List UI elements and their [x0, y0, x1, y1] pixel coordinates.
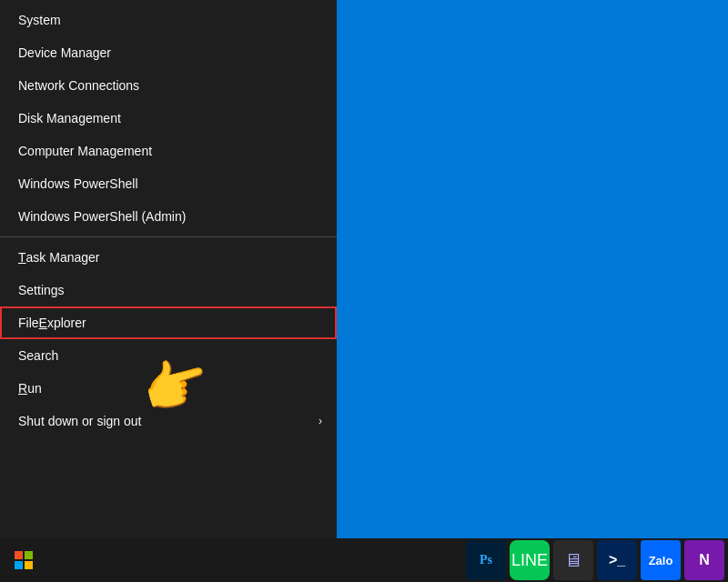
submenu-arrow-icon: ›	[318, 415, 322, 427]
windows-logo-icon	[15, 551, 33, 569]
win-logo-cell-1	[15, 551, 23, 559]
menu-item-windows-powershell-admin[interactable]: Windows PowerShell (Admin)	[0, 200, 337, 233]
taskbar-icon-photoshop[interactable]: Ps	[466, 540, 506, 580]
menu-item-system[interactable]: System	[0, 4, 337, 36]
menu-item-windows-powershell[interactable]: Windows PowerShell	[0, 167, 337, 200]
taskbar: PsLINE🖥>_ZaloN	[0, 538, 728, 582]
taskbar-icon-network[interactable]: 🖥	[553, 540, 593, 580]
menu-item-file-explorer[interactable]: File Explorer	[0, 306, 337, 339]
win-logo-cell-4	[25, 561, 33, 569]
taskbar-icon-line[interactable]: LINE	[510, 540, 550, 580]
taskbar-icon-onenote[interactable]: N	[684, 540, 724, 580]
menu-item-network-connections[interactable]: Network Connections	[0, 69, 337, 102]
menu-item-device-manager[interactable]: Device Manager	[0, 36, 337, 69]
menu-item-disk-management[interactable]: Disk Management	[0, 102, 337, 135]
win-logo-cell-3	[15, 561, 23, 569]
menu-divider	[0, 236, 337, 237]
menu-item-settings[interactable]: Settings	[0, 274, 337, 306]
taskbar-icon-zalo[interactable]: Zalo	[641, 540, 681, 580]
menu-item-search[interactable]: Search	[0, 339, 337, 372]
menu-item-run[interactable]: Run	[0, 372, 337, 405]
start-button[interactable]	[4, 540, 44, 580]
win-logo-cell-2	[25, 551, 33, 559]
menu-item-computer-management[interactable]: Computer Management	[0, 135, 337, 167]
menu-item-task-manager[interactable]: Task Manager	[0, 241, 337, 274]
taskbar-icon-group: PsLINE🖥>_ZaloN	[466, 540, 724, 580]
context-menu: SystemDevice ManagerNetwork ConnectionsD…	[0, 0, 337, 564]
menu-item-shutdown[interactable]: Shut down or sign out›	[0, 405, 337, 437]
taskbar-icon-powershell[interactable]: >_	[597, 540, 637, 580]
